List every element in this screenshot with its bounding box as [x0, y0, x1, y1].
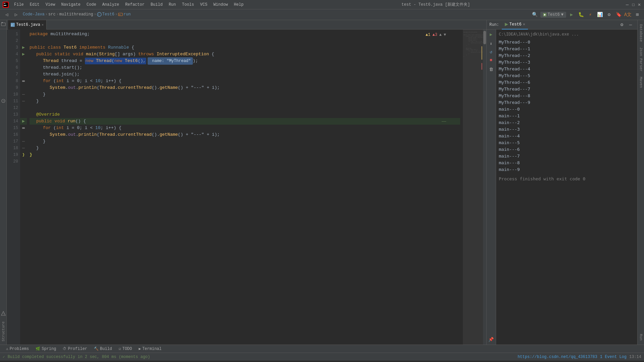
- rsb-tab-maven[interactable]: Maven: [638, 74, 644, 90]
- editor-section: J Test6.java ✕ 1 2 3 4 5 6 7 8 9 10: [7, 20, 486, 345]
- menu-refactor[interactable]: Refactor: [122, 2, 147, 8]
- rp-pin-button[interactable]: 📌: [487, 336, 495, 343]
- menu-analyze[interactable]: Analyze: [100, 2, 122, 8]
- minimize-button[interactable]: —: [625, 3, 629, 7]
- bookmark-button[interactable]: 🔖: [614, 11, 623, 19]
- bottom-tab-todo[interactable]: ☑ TODO: [115, 345, 135, 353]
- maximize-button[interactable]: ☐: [631, 3, 635, 7]
- menu-edit[interactable]: Edit: [27, 2, 42, 8]
- right-sidebar: Database Json Parser Maven Run: [637, 20, 644, 345]
- toolbar-right: 🔍 Test6 ▼ ▶ 🐛 ⚡ 📊 ⚙ 🔖 A文 ⊞: [531, 11, 641, 19]
- breadcrumb-src[interactable]: src: [48, 12, 56, 17]
- status-bar: ✓ Build completed successfully in 2 sec,…: [0, 353, 644, 361]
- svg-marker-22: [22, 120, 25, 123]
- menu-help[interactable]: Help: [231, 2, 246, 8]
- output-line-main-4: main---4: [499, 133, 635, 139]
- search-everywhere-button[interactable]: 🔍: [531, 11, 539, 19]
- output-line-5: MyThread---5: [499, 72, 635, 79]
- rp-rerun-button[interactable]: ↺: [487, 48, 495, 56]
- code-line-3: public class Test6 implements Runnable {: [30, 44, 460, 51]
- app-logo: [3, 2, 9, 8]
- event-log-button[interactable]: 1 Event Log: [600, 355, 627, 359]
- menu-view[interactable]: View: [43, 2, 58, 8]
- file-tab-close-icon[interactable]: ✕: [42, 23, 44, 27]
- todo-label: TODO: [122, 347, 132, 351]
- menu-window[interactable]: Window: [211, 2, 230, 8]
- status-link[interactable]: https://blog.csdn.net/qq_43613783: [518, 355, 597, 359]
- menu-navigate[interactable]: Navigate: [58, 2, 83, 8]
- gutter-bp-15[interactable]: [20, 125, 27, 131]
- run-panel-header: Run: Test6 ✕ ⚙ —: [487, 20, 637, 29]
- debug-button[interactable]: 🐛: [577, 11, 585, 19]
- bottom-tab-spring[interactable]: 🌿 Spring: [32, 345, 59, 353]
- file-tab-label: Test6.java: [16, 22, 40, 27]
- run-panel-tab[interactable]: Test6 ✕: [502, 20, 528, 29]
- output-line-main-8: main---8: [499, 160, 635, 166]
- svg-marker-18: [22, 53, 25, 56]
- problems-icon: ⚠: [6, 347, 8, 351]
- rsb-tab-run[interactable]: Run: [638, 331, 644, 343]
- warning-nav-up[interactable]: ▲: [439, 32, 442, 38]
- gutter-block-close-19[interactable]: }: [20, 152, 27, 158]
- warning-badge: ▲1: [426, 32, 430, 38]
- rp-clear-button[interactable]: 🗑: [487, 66, 495, 73]
- output-line-9: MyThread---9: [499, 99, 635, 106]
- menu-vcs[interactable]: VCS: [198, 2, 210, 8]
- breadcrumb-package[interactable]: multithreading: [59, 12, 93, 17]
- breadcrumb-project[interactable]: Code-Java: [23, 12, 45, 17]
- run-button[interactable]: ▶: [568, 11, 576, 19]
- bottom-tab-profiler[interactable]: ⏱ Profiler: [59, 345, 91, 353]
- run-coverage-button[interactable]: ⚡: [586, 11, 594, 19]
- breadcrumb-class[interactable]: CTest6: [97, 12, 114, 17]
- output-line-2: MyThread---2: [499, 52, 635, 59]
- rp-scroll-end-button[interactable]: ⬇: [487, 40, 495, 48]
- svg-text:C: C: [98, 13, 99, 16]
- run-tab-close[interactable]: ✕: [523, 22, 525, 27]
- rsb-tab-database[interactable]: Database: [638, 21, 644, 45]
- gutter-bp-8[interactable]: [20, 78, 27, 84]
- menu-code[interactable]: Code: [84, 2, 99, 8]
- sidebar-learn-icon[interactable]: ?: [1, 98, 6, 104]
- run-config-selector[interactable]: Test6 ▼: [540, 12, 566, 18]
- settings-button[interactable]: ⚙: [605, 11, 613, 19]
- svg-text:!: !: [3, 313, 4, 315]
- bottom-tab-build[interactable]: 🔨 Build: [91, 345, 115, 353]
- menu-tools[interactable]: Tools: [179, 2, 197, 8]
- structure-label[interactable]: Structure: [1, 320, 6, 343]
- rp-run-button[interactable]: ▶: [487, 31, 495, 38]
- sidebar-project-icon[interactable]: [1, 21, 6, 27]
- menu-file[interactable]: File: [11, 2, 26, 8]
- code-content[interactable]: package multithreading; public class Tes…: [27, 29, 463, 345]
- code-area: 1 2 3 4 5 6 7 8 9 10 11 12 13 14 15 16 1: [7, 29, 486, 345]
- translate-button[interactable]: A文: [624, 11, 632, 19]
- forward-button[interactable]: ▷: [12, 11, 20, 19]
- bottom-bar: ⚠ Problems 🌿 Spring ⏱ Profiler 🔨 Build ☑…: [0, 345, 644, 353]
- bottom-tab-terminal[interactable]: ▶ Terminal: [136, 345, 165, 353]
- menu-build[interactable]: Build: [148, 2, 165, 8]
- menu-bar: File Edit View Navigate Code Analyze Ref…: [11, 2, 246, 8]
- profile-button[interactable]: 📊: [596, 11, 604, 19]
- rsb-tab-json-parser[interactable]: Json Parser: [638, 45, 644, 74]
- gutter-run-3[interactable]: [20, 44, 27, 51]
- bottom-tab-problems[interactable]: ⚠ Problems: [3, 345, 32, 353]
- back-button[interactable]: ◁: [3, 11, 11, 19]
- run-panel-settings[interactable]: ⚙: [618, 21, 626, 29]
- rp-stop-button[interactable]: ■: [487, 56, 495, 64]
- file-tab-test6[interactable]: J Test6.java ✕: [8, 20, 47, 29]
- editor-scrollbar[interactable]: [483, 29, 486, 345]
- layout-button[interactable]: ⊞: [633, 11, 641, 19]
- gutter-run-14[interactable]: [20, 118, 27, 125]
- sidebar-notifications-icon[interactable]: !: [1, 311, 6, 316]
- code-line-14: public void run() {——: [30, 118, 460, 125]
- output-line-main-0: main---0: [499, 106, 635, 113]
- menu-run[interactable]: Run: [166, 2, 179, 8]
- code-line-6: thread.start();: [30, 64, 460, 71]
- svg-rect-9: [1, 23, 5, 26]
- gutter-run-4[interactable]: [20, 51, 27, 58]
- warning-nav-down[interactable]: ▼: [444, 32, 446, 38]
- code-editor[interactable]: 1 2 3 4 5 6 7 8 9 10 11 12 13 14 15 16 1: [7, 29, 486, 345]
- close-button[interactable]: ✕: [637, 3, 641, 7]
- code-line-7: thread.join();: [30, 71, 460, 78]
- run-panel-minimize[interactable]: —: [627, 21, 635, 29]
- breadcrumb-method[interactable]: mrun: [118, 12, 131, 17]
